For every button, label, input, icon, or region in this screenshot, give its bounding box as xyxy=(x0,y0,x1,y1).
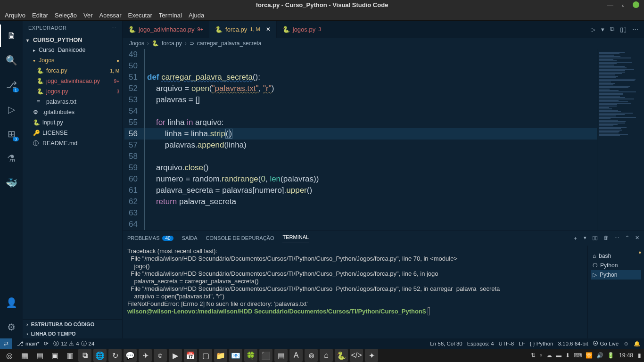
tray-icon[interactable]: ⬇ xyxy=(565,352,570,359)
taskbar-app-icon[interactable]: ✦ xyxy=(365,349,378,362)
terminal-dropdown-icon[interactable]: ▾ xyxy=(584,235,586,242)
tray-icon[interactable]: 🛜 xyxy=(586,352,593,359)
sidebar-more-icon[interactable]: ⋯ xyxy=(111,25,117,31)
split-terminal-icon[interactable]: ▯▯ xyxy=(592,235,598,242)
code-line[interactable]: 49 xyxy=(124,49,597,60)
terminal-shell-bash[interactable]: ⌂bash xyxy=(591,251,641,261)
taskbar-app-icon[interactable]: 🍀 xyxy=(244,349,257,362)
code-editor[interactable]: 495051def carregar_palavra_secreta():52 … xyxy=(123,49,597,230)
taskbar-app-icon[interactable]: ⧉ xyxy=(78,349,91,362)
encoding[interactable]: UTF-8 xyxy=(499,341,514,346)
terminal[interactable]: Traceback (most recent call last): File … xyxy=(123,246,587,338)
clock[interactable]: 19:48 xyxy=(619,352,633,359)
code-line[interactable]: 50 xyxy=(124,60,597,72)
close-tab-icon[interactable]: ✕ xyxy=(266,26,271,33)
debug-icon[interactable]: ▷ xyxy=(0,98,23,121)
tray-icon[interactable]: ⌨ xyxy=(574,352,582,359)
settings-gear-icon[interactable]: ⚙ xyxy=(0,316,23,338)
new-terminal-icon[interactable]: ＋ xyxy=(573,235,578,242)
workspace-root[interactable]: ▾ CURSO_PYTHON xyxy=(23,35,122,45)
explorer-icon[interactable]: 🗎 xyxy=(0,25,23,47)
file-LICENSE[interactable]: 🔑LICENSE xyxy=(23,128,122,138)
docker-icon[interactable]: 🐳 xyxy=(0,172,23,194)
tab-more-icon[interactable]: ⋯ xyxy=(632,26,638,33)
tab-jogos-py[interactable]: 🐍jogos.py3 xyxy=(277,21,328,38)
taskbar-app-icon[interactable]: ⌂ xyxy=(320,349,333,362)
taskbar-app-icon[interactable]: 💬 xyxy=(124,349,137,362)
file-jogo_adivinhacao-py[interactable]: 🐍jogo_adivinhacao.py9+ xyxy=(23,76,122,86)
tray-icon[interactable]: ☁ xyxy=(546,352,552,359)
terminal-shell-python[interactable]: ⎔Python xyxy=(591,261,641,270)
code-line[interactable]: 63 xyxy=(124,207,597,219)
scm-icon[interactable]: ⎇1 xyxy=(0,74,23,96)
taskbar-app-icon[interactable]: 📁 xyxy=(214,349,227,362)
run-dropdown-icon[interactable]: ▾ xyxy=(601,26,604,33)
menu-ver[interactable]: Ver xyxy=(83,12,93,19)
code-line[interactable]: 58 xyxy=(124,151,597,162)
code-line[interactable]: 60 numero = random.randrange(0, len(pala… xyxy=(124,173,597,185)
taskbar-app-icon[interactable]: 📧 xyxy=(229,349,242,362)
close-panel-icon[interactable]: ✕ xyxy=(635,235,639,242)
code-line[interactable]: 51def carregar_palavra_secreta(): xyxy=(124,72,597,83)
run-code-icon[interactable]: ▷ xyxy=(591,26,595,33)
account-icon[interactable]: 👤 xyxy=(0,291,23,314)
code-line[interactable]: 53 palavras = [] xyxy=(124,94,597,106)
menu-terminal[interactable]: Terminal xyxy=(159,12,182,19)
timeline-section[interactable]: ›LINHA DO TEMPO xyxy=(23,329,122,338)
taskbar-app-icon[interactable]: ▣ xyxy=(48,349,61,362)
go-live[interactable]: ⦿ Go Live xyxy=(593,341,619,346)
python-version[interactable]: 3.10.6 64-bit xyxy=(558,341,588,346)
taskbar-app-icon[interactable]: ↻ xyxy=(108,349,122,362)
search-icon[interactable]: 🔍 xyxy=(0,49,23,72)
menu-ajuda[interactable]: Ajuda xyxy=(189,12,204,19)
close-icon[interactable] xyxy=(633,1,639,8)
testing-icon[interactable]: ⚗ xyxy=(0,147,23,170)
maximize-icon[interactable]: ▫ xyxy=(622,1,624,9)
code-line[interactable]: 55 for linha in arquivo: xyxy=(124,117,597,128)
code-line[interactable]: 54 xyxy=(124,106,597,117)
menu-acessar[interactable]: Acessar xyxy=(99,12,122,19)
taskbar-app-icon[interactable]: A xyxy=(289,349,303,362)
git-sync[interactable]: ⟳ xyxy=(44,340,49,347)
tray-icon[interactable]: ▬ xyxy=(556,352,561,359)
tab-forca-py[interactable]: 🐍forca.py1, M✕ xyxy=(209,21,277,38)
taskbar-app-icon[interactable]: ▢ xyxy=(199,349,212,362)
taskbar-app-icon[interactable]: ▤ xyxy=(274,349,288,362)
folder-Curso_Dankicode[interactable]: ▸Curso_Dankicode xyxy=(23,45,122,55)
file-README-md[interactable]: ⓘREADME.md xyxy=(23,138,122,148)
panel-tab-terminal[interactable]: TERMINAL xyxy=(282,234,309,242)
taskbar-app-icon[interactable]: ▥ xyxy=(63,349,76,362)
code-line[interactable]: 52 arquivo = open("palavras.txt", "r") xyxy=(124,83,597,94)
taskbar-app-icon[interactable]: ▦ xyxy=(18,349,31,362)
folder-Jogos[interactable]: ▾Jogos● xyxy=(23,55,122,66)
menu-arquivo[interactable]: Arquivo xyxy=(5,12,25,19)
kill-terminal-icon[interactable]: 🗑 xyxy=(603,235,609,242)
file-palavras-txt[interactable]: ≡palavras.txt xyxy=(23,97,122,107)
taskbar-app-icon[interactable]: ✈ xyxy=(139,349,152,362)
minimap[interactable] xyxy=(597,49,644,230)
taskbar-app-icon[interactable]: 📅 xyxy=(184,349,197,362)
file-forca-py[interactable]: 🐍forca.py1, M xyxy=(23,66,122,76)
tray-icon[interactable]: 🔊 xyxy=(596,352,603,359)
eol[interactable]: LF xyxy=(519,341,525,346)
tray-icon[interactable]: 🔋 xyxy=(607,352,614,359)
code-line[interactable]: 61 palavra_secreta = palavras[numero].up… xyxy=(124,185,597,196)
notifications-icon[interactable]: 🔔 xyxy=(634,340,640,347)
file-input-py[interactable]: 🐍input.py xyxy=(23,117,122,128)
taskbar-app-icon[interactable]: ▤ xyxy=(33,349,46,362)
code-line[interactable]: 62 return palavra_secreta xyxy=(124,196,597,207)
code-line[interactable]: 57 palavras.append(linha) xyxy=(124,140,597,151)
panel-tab-output[interactable]: SAÍDA xyxy=(182,235,198,241)
terminal-shell-python[interactable]: ▷Python xyxy=(591,270,641,280)
git-branch[interactable]: ⎇ main* xyxy=(17,340,39,347)
remote-indicator[interactable]: ⇄ xyxy=(0,338,12,349)
code-line[interactable]: 64 xyxy=(124,219,597,230)
outline-section[interactable]: ›ESTRUTURA DO CÓDIGO xyxy=(23,320,122,329)
tray-icon[interactable]: ⇅ xyxy=(531,352,536,359)
panel-tab-problems[interactable]: PROBLEMAS 40 xyxy=(127,235,173,241)
minimize-icon[interactable]: — xyxy=(607,1,613,9)
menu-editar[interactable]: Editar xyxy=(32,12,48,19)
taskbar-app-icon[interactable]: ◎ xyxy=(3,349,16,362)
language-mode[interactable]: { } Python xyxy=(530,341,553,346)
feedback-icon[interactable]: ☺ xyxy=(623,341,629,346)
